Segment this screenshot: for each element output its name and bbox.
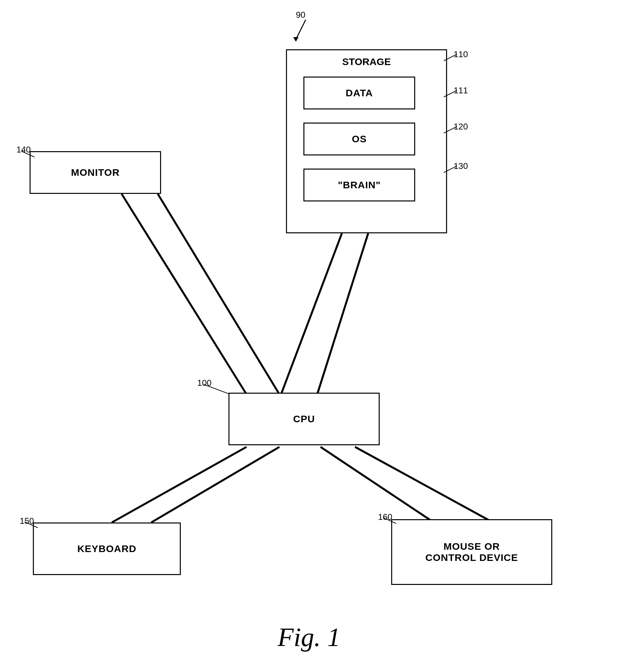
svg-line-1 — [317, 233, 368, 394]
svg-line-13 — [444, 166, 457, 173]
diagram: 90 STORAGE DATA OS "BRAIN" 110 111 120 1… — [0, 0, 618, 672]
arrow-110 — [440, 51, 460, 64]
arrow-100 — [201, 381, 233, 398]
svg-line-5 — [151, 447, 280, 523]
svg-line-6 — [320, 447, 434, 523]
mouse-label: MOUSE OR CONTROL DEVICE — [425, 541, 518, 563]
cpu-label: CPU — [293, 413, 315, 425]
monitor-box: MONITOR — [29, 151, 161, 194]
arrow-140 — [18, 148, 38, 159]
keyboard-label: KEYBOARD — [77, 543, 136, 554]
svg-line-0 — [281, 233, 342, 394]
data-box: DATA — [303, 77, 415, 109]
svg-line-2 — [122, 194, 246, 394]
arrow-111 — [440, 87, 460, 100]
svg-line-8 — [296, 20, 306, 39]
svg-line-4 — [112, 447, 246, 523]
svg-line-11 — [444, 90, 457, 97]
svg-line-3 — [158, 194, 280, 394]
arrow-120 — [440, 123, 460, 136]
storage-box: STORAGE DATA OS "BRAIN" — [286, 49, 447, 233]
svg-line-12 — [444, 126, 457, 133]
mouse-box: MOUSE OR CONTROL DEVICE — [391, 519, 552, 585]
arrow-160 — [380, 514, 399, 526]
keyboard-box: KEYBOARD — [33, 523, 181, 575]
monitor-label: MONITOR — [71, 167, 120, 178]
svg-line-7 — [355, 447, 493, 523]
brain-label: "BRAIN" — [338, 180, 381, 191]
data-label: DATA — [346, 87, 373, 99]
arrow-90 — [286, 18, 319, 44]
arrow-150 — [21, 519, 41, 530]
os-label: OS — [352, 133, 367, 144]
storage-label: STORAGE — [287, 56, 446, 67]
svg-line-10 — [444, 54, 457, 61]
figure-label: Fig. 1 — [278, 623, 340, 652]
svg-line-16 — [25, 522, 38, 528]
svg-line-14 — [21, 151, 34, 157]
svg-marker-9 — [293, 37, 299, 42]
svg-line-17 — [383, 518, 396, 524]
brain-box: "BRAIN" — [303, 169, 415, 202]
cpu-box: CPU — [228, 393, 380, 445]
arrow-130 — [440, 163, 460, 176]
os-box: OS — [303, 123, 415, 155]
svg-line-15 — [204, 384, 228, 394]
